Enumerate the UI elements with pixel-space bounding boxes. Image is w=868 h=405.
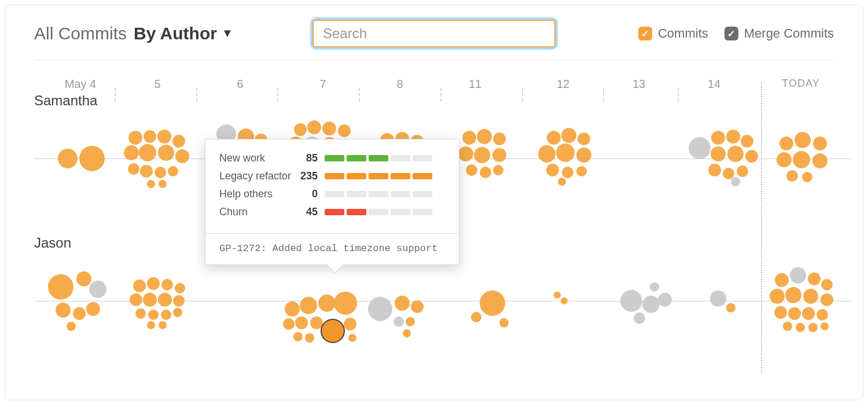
commit-bubble[interactable] — [168, 166, 178, 176]
commit-bubble[interactable] — [821, 322, 829, 330]
commit-bubble[interactable] — [777, 152, 792, 167]
commit-bubble[interactable] — [726, 130, 740, 143]
commit-bubble[interactable] — [147, 321, 155, 329]
commit-bubble[interactable] — [561, 297, 568, 304]
group-by-dropdown[interactable]: By Author ▼ — [134, 24, 233, 43]
commit-bubble[interactable] — [294, 123, 307, 136]
commit-bubble[interactable] — [135, 308, 146, 319]
commit-bubble[interactable] — [124, 145, 139, 160]
merge-commit-bubble[interactable] — [689, 137, 711, 159]
commit-bubble[interactable] — [795, 132, 811, 148]
commit-bubble[interactable] — [480, 167, 491, 178]
commit-bubble[interactable] — [458, 146, 473, 161]
commit-bubble[interactable] — [175, 283, 185, 293]
commit-bubble[interactable] — [158, 145, 174, 161]
commit-bubble[interactable] — [128, 163, 139, 175]
commit-bubble[interactable] — [466, 164, 477, 176]
commit-bubble[interactable] — [576, 166, 587, 176]
commit-bubble[interactable] — [793, 151, 810, 168]
merge-commit-bubble[interactable] — [620, 290, 642, 312]
commit-bubble[interactable] — [788, 307, 801, 320]
commit-bubble[interactable] — [406, 317, 415, 326]
commit-bubble[interactable] — [554, 292, 561, 299]
commit-bubble[interactable] — [159, 321, 167, 329]
commit-bubble[interactable] — [322, 122, 336, 135]
commit-bubble[interactable] — [474, 147, 490, 163]
commit-bubble[interactable] — [148, 310, 159, 320]
commit-bubble[interactable] — [785, 287, 801, 303]
merge-commit-bubble[interactable] — [642, 296, 660, 313]
commit-bubble[interactable] — [711, 131, 725, 145]
commit-bubble[interactable] — [547, 131, 561, 145]
commit-bubble[interactable] — [161, 279, 173, 290]
commit-bubble[interactable] — [556, 143, 575, 162]
commit-bubble[interactable] — [175, 149, 189, 163]
merge-commit-bubble[interactable] — [89, 281, 106, 298]
commit-bubble[interactable] — [774, 306, 787, 319]
commit-bubble[interactable] — [558, 178, 566, 186]
commit-bubble[interactable] — [477, 129, 492, 144]
commit-bubble[interactable] — [158, 293, 172, 307]
commit-bubble[interactable] — [334, 292, 357, 315]
commit-bubble[interactable] — [708, 164, 721, 176]
commit-bubble[interactable] — [813, 137, 827, 150]
commit-bubble[interactable] — [821, 293, 833, 306]
commit-bubble[interactable] — [812, 153, 827, 168]
commit-bubble[interactable] — [305, 333, 314, 343]
commit-bubble[interactable] — [775, 273, 789, 287]
commit-bubble[interactable] — [147, 180, 155, 188]
commit-bubble[interactable] — [561, 128, 576, 143]
commit-bubble[interactable] — [140, 165, 153, 178]
commit-bubble[interactable] — [493, 132, 506, 145]
commit-bubble[interactable] — [56, 303, 71, 318]
commit-bubble[interactable] — [538, 145, 556, 163]
commit-bubble[interactable] — [155, 167, 166, 178]
commit-bubble[interactable] — [745, 150, 758, 163]
commit-bubble[interactable] — [808, 323, 818, 332]
commit-bubble[interactable] — [816, 309, 828, 321]
commit-bubble[interactable] — [133, 279, 146, 292]
commit-bubble[interactable] — [318, 294, 336, 312]
commit-bubble[interactable] — [821, 279, 833, 290]
commit-bubble[interactable] — [471, 312, 481, 322]
commit-bubble[interactable] — [737, 165, 748, 177]
commit-bubble[interactable] — [796, 323, 805, 332]
commit-bubble[interactable] — [576, 148, 591, 163]
commit-bubble[interactable] — [786, 170, 798, 182]
commit-bubble[interactable] — [727, 146, 744, 162]
merge-commit-bubble[interactable] — [368, 297, 392, 321]
commit-bubble[interactable] — [546, 164, 559, 176]
merge-commit-bubble[interactable] — [634, 312, 645, 324]
commit-bubble[interactable] — [295, 316, 308, 329]
commit-bubble[interactable] — [338, 124, 351, 137]
commit-bubble[interactable] — [139, 144, 156, 161]
commit-bubble[interactable] — [48, 274, 73, 300]
commit-bubble[interactable] — [67, 322, 76, 331]
commit-bubble[interactable] — [562, 167, 573, 178]
commit-bubble[interactable] — [348, 334, 356, 342]
commit-bubble[interactable] — [411, 300, 424, 313]
commit-bubble[interactable] — [808, 273, 821, 285]
commit-bubble[interactable] — [58, 149, 78, 168]
commit-bubble[interactable] — [285, 301, 300, 316]
merge-commit-bubble[interactable] — [393, 316, 404, 327]
commit-bubble[interactable] — [726, 303, 735, 312]
commit-bubble[interactable] — [492, 148, 506, 162]
commit-bubble[interactable] — [172, 135, 185, 148]
commit-bubble[interactable] — [73, 307, 86, 320]
commit-bubble[interactable] — [395, 296, 410, 311]
commit-bubble[interactable] — [147, 277, 160, 290]
commit-bubble-selected[interactable] — [321, 319, 345, 343]
commit-bubble[interactable] — [300, 297, 317, 314]
legend-toggle-merge-commits[interactable]: ✓ Merge Commits — [724, 26, 834, 41]
commit-bubble[interactable] — [161, 310, 171, 320]
commit-bubble[interactable] — [783, 322, 792, 331]
commit-bubble[interactable] — [802, 172, 812, 182]
commit-bubble[interactable] — [144, 130, 156, 143]
commit-bubble[interactable] — [344, 318, 356, 330]
merge-commit-bubble[interactable] — [790, 267, 806, 284]
merge-commit-bubble[interactable] — [650, 282, 659, 292]
commit-bubble[interactable] — [157, 130, 171, 143]
commit-bubble[interactable] — [802, 307, 815, 320]
commit-bubble[interactable] — [307, 120, 321, 134]
